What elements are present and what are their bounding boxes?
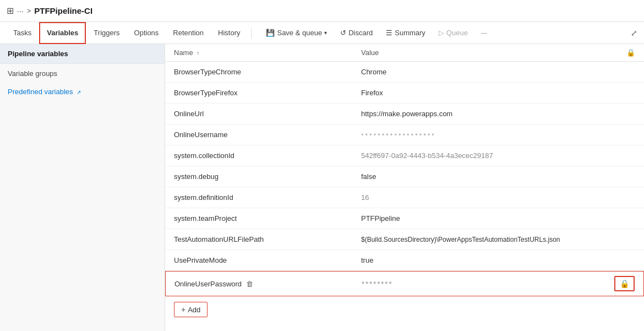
nav-right: ⤢ (631, 29, 637, 37)
column-header-value: Value (361, 48, 626, 57)
row-value-password: ******** (362, 280, 614, 288)
add-variable-button[interactable]: + Add (174, 302, 208, 317)
predefined-variables-link[interactable]: Predefined variables ↗ (0, 83, 165, 100)
discard-button[interactable]: ↺ Discard (335, 26, 378, 40)
summary-button[interactable]: ☰ Summary (380, 26, 431, 40)
delete-row-icon[interactable]: 🗑 (246, 280, 253, 288)
sidebar: Pipeline variables Variable groups Prede… (0, 44, 165, 331)
tab-triggers[interactable]: Triggers (87, 22, 126, 44)
sort-icon[interactable]: ↑ (197, 50, 199, 56)
table-row: UsePrivateMode true (165, 250, 644, 271)
row-name-password: OnlineUserPassword 🗑 (174, 280, 362, 288)
tab-variables[interactable]: Variables (39, 22, 86, 44)
row-name: UsePrivateMode (174, 256, 361, 264)
row-value: 542ff697-0a92-4443-b534-4a3ecec29187 (361, 151, 635, 160)
row-name: system.teamProject (174, 214, 361, 223)
row-name: system.collectionId (174, 151, 361, 160)
breadcrumb-separator: > (27, 7, 31, 15)
row-name: OnlineUrl (174, 110, 361, 118)
table-row: system.teamProject PTFPipeline (165, 208, 644, 229)
table-header: Name ↑ Value 🔒 (165, 44, 644, 62)
nav-separator (251, 28, 252, 39)
save-queue-button[interactable]: 💾 Save & queue ▾ (260, 26, 332, 40)
toolbar-more-icon: ··· (481, 29, 487, 37)
app-icon: ⊞ (7, 6, 14, 16)
row-value-blurred: •••••••••••••••••• (361, 131, 635, 139)
row-value: $(Build.SourcesDirectory)\PowerAppsTestA… (361, 236, 635, 243)
queue-button[interactable]: ▷ Queue (433, 26, 473, 40)
toolbar: 💾 Save & queue ▾ ↺ Discard ☰ Summary ▷ Q… (260, 26, 492, 40)
table-row: system.debug false (165, 166, 644, 187)
table-row: BrowserTypeFirefox Firefox (165, 83, 644, 104)
variable-groups-label: Variable groups (8, 69, 57, 78)
lock-button[interactable]: 🔒 (614, 276, 635, 291)
tab-options[interactable]: Options (128, 22, 166, 44)
more-options-button[interactable]: ··· (17, 7, 24, 15)
column-header-name: Name ↑ (174, 48, 361, 57)
queue-icon: ▷ (439, 29, 444, 37)
tab-tasks[interactable]: Tasks (7, 22, 38, 44)
add-plus-icon: + (181, 305, 185, 314)
tab-history[interactable]: History (211, 22, 247, 44)
row-name: BrowserTypeFirefox (174, 89, 361, 97)
row-value: PTFPipeline (361, 214, 635, 223)
save-icon: 💾 (266, 29, 275, 37)
row-name: BrowserTypeChrome (174, 68, 361, 76)
main-layout: Pipeline variables Variable groups Prede… (0, 44, 644, 331)
table-row: BrowserTypeChrome Chrome (165, 62, 644, 83)
save-queue-chevron: ▾ (324, 30, 327, 36)
tab-retention[interactable]: Retention (166, 22, 210, 44)
table-row: system.definitionId 16 (165, 187, 644, 208)
pipeline-title: PTFPipeline-CI (34, 6, 92, 15)
summary-icon: ☰ (386, 29, 392, 37)
discard-icon: ↺ (340, 29, 346, 37)
top-bar: ⊞ ··· > PTFPipeline-CI (0, 0, 644, 22)
table-row: OnlineUrl https://make.powerapps.com (165, 104, 644, 124)
row-name: system.debug (174, 172, 361, 181)
add-row: + Add (165, 296, 644, 323)
expand-icon[interactable]: ⤢ (631, 29, 637, 37)
content-area: Name ↑ Value 🔒 BrowserTypeChrome Chrome … (165, 44, 644, 331)
external-link-icon: ↗ (77, 89, 81, 95)
table-row: TestAutomationURLFilePath $(Build.Source… (165, 229, 644, 250)
add-label: Add (188, 306, 200, 314)
row-value: Firefox (361, 89, 635, 97)
variable-groups-item[interactable]: Variable groups (0, 64, 165, 83)
lock-icon-header: 🔒 (626, 48, 635, 57)
toolbar-more-button[interactable]: ··· (476, 26, 493, 40)
row-value: false (361, 172, 635, 181)
row-value: true (361, 256, 635, 264)
row-name: TestAutomationURLFilePath (174, 235, 361, 243)
row-value: 16 (361, 193, 635, 202)
pipeline-variables-section[interactable]: Pipeline variables (0, 44, 165, 64)
table-row: system.collectionId 542ff697-0a92-4443-b… (165, 145, 644, 166)
row-name: system.definitionId (174, 193, 361, 202)
predefined-variables-anchor[interactable]: Predefined variables ↗ (8, 88, 81, 96)
row-value: Chrome (361, 68, 635, 76)
table-row: OnlineUsername •••••••••••••••••• (165, 124, 644, 145)
nav-bar: Tasks Variables Triggers Options Retenti… (0, 22, 644, 44)
row-name: OnlineUsername (174, 131, 361, 139)
online-user-password-row: OnlineUserPassword 🗑 ******** 🔒 (165, 271, 644, 296)
pipeline-variables-label: Pipeline variables (8, 50, 68, 58)
row-value: https://make.powerapps.com (361, 110, 635, 118)
